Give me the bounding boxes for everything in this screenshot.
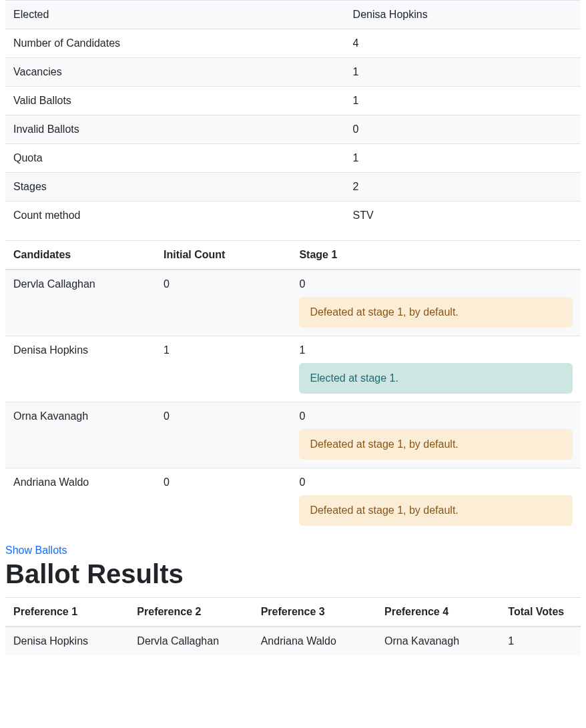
summary-value: 1 [345, 58, 581, 87]
summary-value: 2 [345, 173, 581, 202]
candidate-initial: 0 [156, 270, 291, 336]
ballot-results-heading: Ballot Results [5, 559, 581, 589]
ballot-row: Denisa Hopkins Dervla Callaghan Andriana… [5, 627, 581, 655]
stages-header-initial: Initial Count [156, 241, 291, 270]
summary-value: 0 [345, 115, 581, 144]
summary-label: Stages [5, 173, 345, 202]
ballot-header-row: Preference 1 Preference 2 Preference 3 P… [5, 598, 581, 627]
candidate-stage1-value: 0 [299, 278, 305, 290]
status-badge-elected: Elected at stage 1. [299, 363, 573, 394]
ballot-p3: Andriana Waldo [253, 627, 376, 655]
summary-table: Elected Denisa Hopkins Number of Candida… [5, 0, 581, 230]
summary-value: STV [345, 202, 581, 230]
candidate-initial: 0 [156, 402, 291, 468]
summary-tbody: Elected Denisa Hopkins Number of Candida… [5, 1, 581, 230]
summary-label: Valid Ballots [5, 87, 345, 115]
summary-label: Count method [5, 202, 345, 230]
ballot-p2: Dervla Callaghan [129, 627, 252, 655]
ballot-p4: Orna Kavanagh [376, 627, 500, 655]
summary-label: Quota [5, 144, 345, 173]
summary-label: Elected [5, 1, 345, 29]
summary-row: Stages 2 [5, 173, 581, 202]
summary-value: 1 [345, 87, 581, 115]
stages-row: Orna Kavanagh 0 0 Defeated at stage 1, b… [5, 402, 581, 468]
stages-row: Denisa Hopkins 1 1 Elected at stage 1. [5, 336, 581, 402]
status-badge-defeated: Defeated at stage 1, by default. [299, 495, 573, 526]
candidate-stage1-value: 0 [299, 410, 305, 422]
summary-row: Valid Ballots 1 [5, 87, 581, 115]
summary-value: 4 [345, 29, 581, 58]
ballot-header-total: Total Votes [500, 598, 581, 627]
ballot-header-p2: Preference 2 [129, 598, 252, 627]
stages-header-stage1: Stage 1 [291, 241, 581, 270]
candidate-initial: 1 [156, 336, 291, 402]
summary-label: Number of Candidates [5, 29, 345, 58]
ballot-results-table: Preference 1 Preference 2 Preference 3 P… [5, 597, 581, 655]
summary-value: 1 [345, 144, 581, 173]
summary-row: Elected Denisa Hopkins [5, 1, 581, 29]
stages-header-row: Candidates Initial Count Stage 1 [5, 241, 581, 270]
summary-label: Vacancies [5, 58, 345, 87]
status-badge-defeated: Defeated at stage 1, by default. [299, 429, 573, 460]
candidate-stage1-cell: 0 Defeated at stage 1, by default. [291, 270, 581, 336]
ballot-p1: Denisa Hopkins [5, 627, 129, 655]
candidate-initial: 0 [156, 468, 291, 534]
candidate-name: Andriana Waldo [5, 468, 156, 534]
status-badge-defeated: Defeated at stage 1, by default. [299, 297, 573, 328]
ballot-total: 1 [500, 627, 581, 655]
candidate-stage1-cell: 1 Elected at stage 1. [291, 336, 581, 402]
candidate-name: Orna Kavanagh [5, 402, 156, 468]
summary-row: Vacancies 1 [5, 58, 581, 87]
ballot-header-p4: Preference 4 [376, 598, 500, 627]
stages-header-candidates: Candidates [5, 241, 156, 270]
candidate-name: Dervla Callaghan [5, 270, 156, 336]
candidate-stage1-value: 0 [299, 476, 305, 488]
candidate-stage1-cell: 0 Defeated at stage 1, by default. [291, 402, 581, 468]
stages-row: Dervla Callaghan 0 0 Defeated at stage 1… [5, 270, 581, 336]
stages-row: Andriana Waldo 0 0 Defeated at stage 1, … [5, 468, 581, 534]
summary-row: Number of Candidates 4 [5, 29, 581, 58]
ballot-header-p1: Preference 1 [5, 598, 129, 627]
summary-value: Denisa Hopkins [345, 1, 581, 29]
summary-row: Invalid Ballots 0 [5, 115, 581, 144]
candidate-stage1-value: 1 [299, 344, 305, 356]
summary-label: Invalid Ballots [5, 115, 345, 144]
summary-row: Quota 1 [5, 144, 581, 173]
show-ballots-link[interactable]: Show Ballots [5, 544, 67, 556]
candidate-stage1-cell: 0 Defeated at stage 1, by default. [291, 468, 581, 534]
stages-table: Candidates Initial Count Stage 1 Dervla … [5, 240, 581, 534]
ballot-header-p3: Preference 3 [253, 598, 376, 627]
summary-row: Count method STV [5, 202, 581, 230]
candidate-name: Denisa Hopkins [5, 336, 156, 402]
